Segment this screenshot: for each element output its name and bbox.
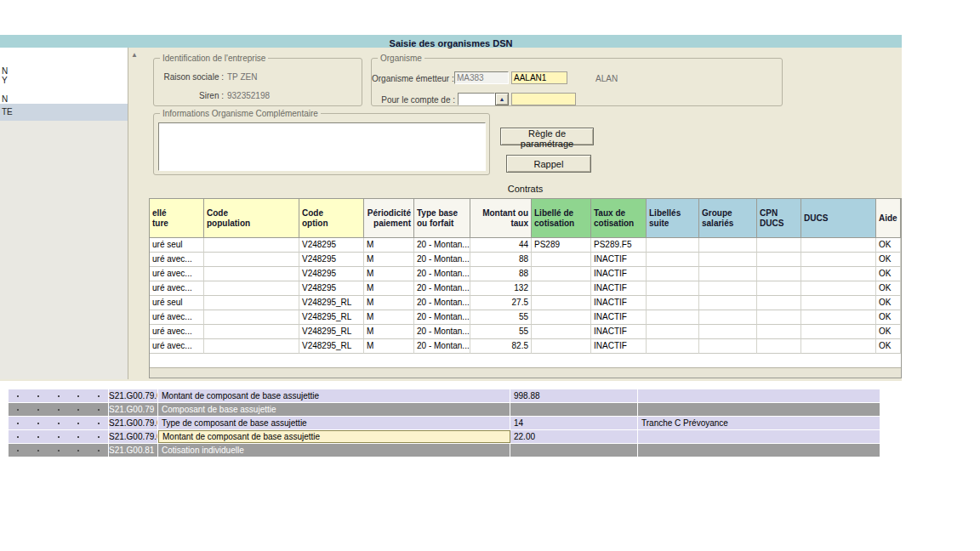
organism-list-item[interactable]: N — [0, 94, 128, 104]
window-title-bar: Saisie des organismes DSN — [0, 35, 902, 48]
organism-list-item[interactable]: N — [0, 66, 128, 76]
pour-le-compte-lookup-button[interactable]: ▲ — [495, 93, 509, 105]
contract-row[interactable]: uré avec...V248295M20 - Montan...88INACT… — [150, 267, 901, 281]
contract-cell: uré avec... — [150, 310, 204, 325]
tree-level-dots — [9, 444, 109, 457]
dot-icon — [58, 409, 60, 411]
pour-le-compte-value-field[interactable] — [511, 93, 576, 105]
rubrique-extra: Tranche C Prévoyance — [638, 417, 880, 429]
rubrique-label-selected[interactable]: Montant de composant de base assujettie — [158, 430, 510, 443]
organisme-emetteur-code-field[interactable]: MA383 — [454, 71, 509, 84]
contract-cell: 88 — [470, 267, 532, 281]
contracts-column-header[interactable]: Aide — [876, 199, 901, 238]
contract-cell — [801, 281, 876, 296]
contract-cell: uré avec... — [150, 267, 204, 281]
rubrique-label: Composant de base assujettie — [158, 403, 510, 416]
rubrique-value[interactable]: 14 — [510, 417, 638, 429]
up-arrow-icon: ▲ — [499, 96, 505, 102]
identification-group-title: Identification de l'entreprise — [160, 54, 268, 63]
rubrique-label: Cotisation individuelle — [158, 444, 510, 457]
rubrique-value[interactable]: 22.00 — [510, 430, 638, 443]
contracts-column-header[interactable]: CPNDUCS — [757, 199, 801, 238]
contract-row[interactable]: uré avec...V248295_RLM20 - Montan...55IN… — [150, 325, 901, 339]
pour-le-compte-label: Pour le compte de : — [372, 95, 455, 105]
contracts-column-header[interactable]: Montant outaux — [470, 199, 532, 238]
rubrique-value[interactable]: 998.88 — [510, 389, 638, 402]
contract-cell: M — [364, 325, 414, 339]
informations-textarea[interactable] — [158, 122, 486, 171]
contract-row[interactable]: uré avec...V248295_RLM20 - Montan...82.5… — [150, 339, 901, 354]
dot-icon — [17, 436, 19, 438]
contract-cell: V248295_RL — [299, 339, 364, 354]
detail-data-row[interactable]: S21.G00.79.004Montant de composant de ba… — [9, 430, 880, 444]
rubrique-label: Type de composant de base assujettie — [158, 417, 510, 429]
rubrique-code: S21.G00.79.001 — [109, 417, 158, 429]
informations-group-title: Informations Organisme Complémentaire — [160, 109, 321, 118]
contracts-column-header[interactable]: Taux decotisation — [591, 199, 647, 238]
contracts-column-header[interactable]: Groupesalariés — [699, 199, 757, 238]
rubrique-value[interactable] — [510, 444, 638, 457]
dot-icon — [58, 450, 60, 452]
detail-data-row[interactable]: S21.G00.79.001Type de composant de base … — [9, 417, 880, 430]
contract-cell: PS289.F5 — [591, 238, 647, 253]
contract-cell — [204, 339, 299, 354]
contract-row[interactable]: uré avec...V248295M20 - Montan...88INACT… — [150, 253, 901, 267]
contracts-column-header[interactable]: Codeoption — [299, 199, 364, 238]
organisme-emetteur-value-field[interactable]: AALAN1 — [511, 71, 567, 84]
rappel-button[interactable]: Rappel — [506, 155, 591, 173]
organisme-groupbox: Organisme Organisme émetteur : MA383 AAL… — [371, 58, 783, 106]
tree-level-dots — [9, 417, 109, 429]
organisme-emetteur-name: ALAN — [595, 74, 618, 83]
contracts-table: ellétureCodepopulationCodeoptionPériodic… — [149, 198, 902, 378]
rubrique-code: S21.G00.81 — [109, 444, 158, 457]
scroll-up-icon[interactable]: ▲ — [131, 51, 138, 59]
contracts-column-header[interactable]: Libellé decotisation — [532, 199, 591, 238]
contracts-column-header[interactable]: elléture — [150, 199, 204, 238]
contracts-column-header[interactable]: Périodicitépaiement — [364, 199, 414, 238]
contract-row[interactable]: uré avec...V248295_RLM20 - Montan...55IN… — [150, 310, 901, 325]
contract-cell: INACTIF — [591, 310, 647, 325]
organism-list-item[interactable]: Y — [0, 76, 128, 85]
organism-list-panel[interactable]: NYNTE — [0, 48, 128, 379]
contract-cell: OK — [876, 325, 901, 339]
organism-list-item[interactable]: TE — [0, 104, 128, 121]
contract-cell: M — [364, 339, 414, 354]
contract-cell: M — [364, 238, 414, 253]
contract-row[interactable]: uré seulV248295_RLM20 - Montan...27.5INA… — [150, 296, 901, 310]
contracts-column-header[interactable]: Libelléssuite — [647, 199, 699, 238]
dot-icon — [58, 436, 60, 438]
contract-cell: 20 - Montan... — [414, 325, 470, 339]
contract-cell: 55 — [470, 325, 532, 339]
contract-cell: INACTIF — [591, 296, 647, 310]
contract-cell — [647, 238, 699, 253]
contract-cell — [204, 253, 299, 267]
detail-group-row[interactable]: S21.G00.81Cotisation individuelle — [9, 444, 880, 457]
contract-cell: PS289 — [532, 238, 591, 253]
organism-list-item[interactable] — [0, 85, 128, 94]
contract-cell: uré avec... — [150, 339, 204, 354]
regle-parametrage-button[interactable]: Règle de paramétrage — [500, 128, 594, 145]
contracts-column-header[interactable]: Codepopulation — [204, 199, 299, 238]
detail-data-row[interactable]: S21.G00.79.004Montant de composant de ba… — [9, 389, 880, 403]
dot-icon — [17, 450, 19, 452]
raison-sociale-value: TP ZEN — [227, 72, 257, 82]
pour-le-compte-code-field[interactable] — [458, 93, 495, 105]
contract-cell — [699, 281, 757, 296]
contract-cell: uré seul — [150, 238, 204, 253]
contract-cell — [204, 238, 299, 253]
contract-cell — [757, 253, 801, 267]
contract-cell — [699, 296, 757, 310]
rubrique-value[interactable] — [510, 403, 638, 416]
contract-cell: 55 — [470, 310, 532, 325]
detail-group-row[interactable]: S21.G00.79Composant de base assujettie — [9, 403, 880, 417]
contract-row[interactable]: uré seulV248295M20 - Montan...44PS289PS2… — [150, 238, 901, 253]
organisme-emetteur-label: Organisme émetteur : — [372, 74, 451, 83]
dot-icon — [17, 395, 19, 397]
contracts-hscrollbar[interactable] — [150, 367, 901, 378]
contract-cell — [757, 281, 801, 296]
contract-cell — [647, 310, 699, 325]
contract-cell — [801, 325, 876, 339]
contracts-column-header[interactable]: Type baseou forfait — [414, 199, 470, 238]
contract-row[interactable]: uré avec...V248295M20 - Montan...132INAC… — [150, 281, 901, 296]
contracts-column-header[interactable]: DUCS — [801, 199, 876, 238]
